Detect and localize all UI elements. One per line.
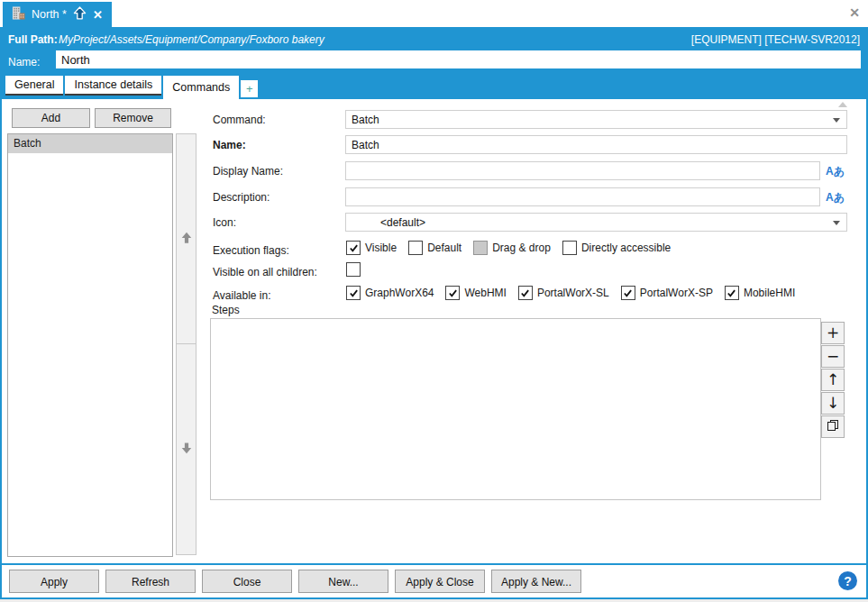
available-in-group: GraphWorX64 WebHMI PortalWorX-SL PortalW… <box>346 286 795 300</box>
name-label: Name: <box>8 56 40 68</box>
tab-instance-details[interactable]: Instance details <box>65 76 161 94</box>
checkbox-checked-icon[interactable] <box>518 286 533 300</box>
description-label: Description: <box>213 191 270 204</box>
available-portalworx-sp[interactable]: PortalWorX-SP <box>621 286 713 300</box>
promote-up-arrow-icon[interactable] <box>73 6 87 23</box>
visible-children-checkbox[interactable] <box>346 262 361 277</box>
command-name-label: Name: <box>213 139 246 151</box>
execution-flags-group: Visible Default Drag & drop Directly acc… <box>346 241 671 255</box>
refresh-button[interactable]: Refresh <box>105 570 196 593</box>
available-portalworx-sl[interactable]: PortalWorX-SL <box>518 286 609 300</box>
steps-label: Steps <box>212 304 240 316</box>
description-input[interactable] <box>345 187 820 206</box>
tab-general[interactable]: General <box>5 76 63 94</box>
move-command-up-button[interactable] <box>176 133 196 344</box>
move-command-down-button[interactable] <box>176 344 196 555</box>
available-mobilehmi[interactable]: MobileHMI <box>725 286 795 300</box>
command-select-value: Batch <box>352 114 379 126</box>
checkbox-unchecked-icon[interactable] <box>408 241 423 255</box>
title-strip: North * ✕ ✕ <box>0 0 868 27</box>
document-tab-close-icon[interactable]: ✕ <box>93 9 103 21</box>
down-arrow-icon <box>180 442 193 458</box>
icon-select-value: <default> <box>380 216 425 229</box>
flag-visible[interactable]: Visible <box>346 241 397 255</box>
document-tab-title: North * <box>32 8 67 21</box>
context-badges: [EQUIPMENT] [TECHW-SVR2012] <box>691 33 860 46</box>
equipment-building-icon <box>12 6 25 23</box>
tab-commands[interactable]: Commands <box>163 76 239 99</box>
step-move-up-button[interactable]: ↑ <box>821 369 845 391</box>
commands-panel: Add Remove Batch Command: Name <box>2 99 866 563</box>
step-duplicate-button[interactable] <box>821 415 845 438</box>
name-input[interactable] <box>56 50 861 68</box>
chevron-down-icon <box>833 118 840 123</box>
checkbox-checked-icon[interactable] <box>445 286 460 300</box>
apply-new-button[interactable]: Apply & New... <box>491 570 581 593</box>
scroll-up-indicator <box>838 102 847 107</box>
available-graphworx64[interactable]: GraphWorX64 <box>346 286 434 300</box>
icon-select[interactable]: <default> <box>345 213 847 232</box>
header: Full Path: MyProject/Assets/Equipment/Co… <box>2 27 866 99</box>
chevron-down-icon <box>833 221 840 225</box>
checkbox-checked-icon[interactable] <box>725 286 739 300</box>
copy-icon <box>827 419 839 434</box>
checkbox-checked-icon[interactable] <box>346 241 361 255</box>
checkbox-indeterminate-icon[interactable] <box>473 241 488 255</box>
apply-button[interactable]: Apply <box>9 570 99 593</box>
flag-default[interactable]: Default <box>408 241 461 255</box>
help-button[interactable]: ? <box>838 571 857 590</box>
full-path-value: MyProject/Assets/Equipment/Company/Foxbo… <box>59 33 324 46</box>
apply-close-button[interactable]: Apply & Close <box>395 570 485 593</box>
step-move-down-button[interactable]: ↓ <box>821 392 845 415</box>
window-close-icon[interactable]: ✕ <box>849 6 860 19</box>
checkbox-checked-icon[interactable] <box>621 286 635 300</box>
reorder-column <box>176 133 196 555</box>
visible-children-label: Visible on all children: <box>213 266 317 278</box>
tab-add[interactable]: + <box>241 80 258 97</box>
display-name-input[interactable] <box>345 161 820 180</box>
execution-flags-label: Execution flags: <box>213 244 289 257</box>
step-remove-button[interactable]: − <box>821 345 845 368</box>
new-button[interactable]: New... <box>298 570 388 593</box>
asset-commands-window: North * ✕ ✕ Full Path: MyProject/Assets/… <box>0 0 868 602</box>
steps-list[interactable] <box>210 318 821 500</box>
command-list[interactable]: Batch <box>7 133 173 557</box>
display-name-label: Display Name: <box>213 165 283 178</box>
visible-children-group <box>346 262 361 277</box>
command-label: Command: <box>213 114 266 126</box>
available-in-label: Available in: <box>213 289 271 302</box>
checkbox-checked-icon[interactable] <box>346 286 361 300</box>
command-name-input[interactable] <box>345 135 847 154</box>
add-command-button[interactable]: Add <box>12 108 90 128</box>
up-arrow-icon <box>180 231 193 247</box>
available-webhmi[interactable]: WebHMI <box>445 286 506 300</box>
window-frame: Full Path: MyProject/Assets/Equipment/Co… <box>0 27 868 599</box>
step-add-button[interactable]: + <box>821 322 845 344</box>
remove-command-button[interactable]: Remove <box>95 108 171 128</box>
command-select[interactable]: Batch <box>345 110 847 129</box>
icon-label: Icon: <box>213 216 236 229</box>
localize-description-button[interactable]: Aあ <box>826 190 845 205</box>
checkbox-unchecked-icon[interactable] <box>562 241 577 255</box>
tab-strip: General Instance details Commands + <box>5 76 260 99</box>
flag-drag-drop[interactable]: Drag & drop <box>473 241 551 255</box>
localize-display-name-button[interactable]: Aあ <box>826 164 845 179</box>
close-button[interactable]: Close <box>202 570 292 593</box>
full-path-label: Full Path: <box>8 33 58 46</box>
footer: Apply Refresh Close New... Apply & Close… <box>2 565 866 597</box>
list-item-batch[interactable]: Batch <box>8 134 172 153</box>
document-tab-north[interactable]: North * ✕ <box>3 2 112 27</box>
flag-directly-accessible[interactable]: Directly accessible <box>562 241 671 255</box>
